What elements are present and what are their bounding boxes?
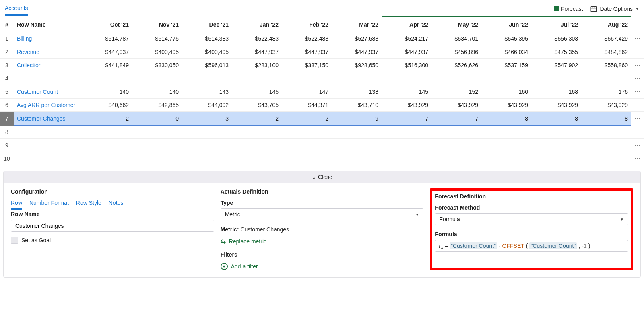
cell-value[interactable] (531, 72, 581, 85)
cell-value[interactable] (282, 152, 332, 165)
table-row[interactable]: 6Avg ARR per Customer$40,662$42,865$44,0… (0, 99, 644, 112)
cell-value[interactable] (132, 152, 182, 165)
cell-value[interactable] (531, 126, 581, 139)
cell-value[interactable]: $537,159 (481, 59, 531, 72)
cell-value[interactable]: 0 (132, 112, 182, 126)
cell-value[interactable]: $484,862 (581, 45, 631, 59)
cell-value[interactable] (431, 139, 481, 152)
row-menu-button[interactable]: ⋮ (631, 85, 644, 99)
cell-value[interactable]: $516,300 (382, 59, 431, 72)
cell-value[interactable]: $447,937 (232, 45, 282, 59)
row-menu-button[interactable]: ⋮ (631, 139, 644, 152)
row-name-link[interactable]: Billing (14, 32, 82, 45)
cell-value[interactable]: 7 (382, 112, 431, 126)
replace-metric-button[interactable]: ⇆ Replace metric (221, 237, 424, 245)
row-menu-button[interactable]: ⋮ (631, 59, 644, 72)
cell-value[interactable] (382, 72, 431, 85)
cell-value[interactable] (132, 72, 182, 85)
cell-value[interactable]: $514,775 (132, 32, 182, 45)
row-menu-button[interactable]: ⋮ (631, 32, 644, 45)
col-head-month[interactable]: Oct '21 (82, 17, 132, 32)
cell-value[interactable] (82, 72, 132, 85)
table-row[interactable]: 10⋮ (0, 152, 644, 165)
col-head-month[interactable]: Mar '22 (332, 17, 382, 32)
col-head-month[interactable]: Nov '21 (132, 17, 182, 32)
cell-value[interactable] (332, 139, 382, 152)
cell-value[interactable] (182, 139, 232, 152)
cell-value[interactable] (332, 126, 382, 139)
row-name-link[interactable]: Collection (14, 59, 82, 72)
date-options-button[interactable]: Date Options ▼ (590, 5, 639, 12)
cell-value[interactable] (182, 152, 232, 165)
cell-value[interactable]: 143 (182, 85, 232, 99)
cell-value[interactable]: 145 (382, 85, 431, 99)
cell-value[interactable]: $43,929 (481, 99, 531, 112)
cell-value[interactable] (431, 72, 481, 85)
col-head-month[interactable]: Jan '22 (232, 17, 282, 32)
cell-value[interactable] (332, 152, 382, 165)
cell-value[interactable] (82, 126, 132, 139)
cell-value[interactable] (581, 72, 631, 85)
cell-value[interactable]: $330,050 (132, 59, 182, 72)
col-head-month[interactable]: May '22 (431, 17, 481, 32)
tab-accounts[interactable]: Accounts (5, 2, 28, 16)
cell-value[interactable]: $522,483 (232, 32, 282, 45)
cell-value[interactable]: 160 (481, 85, 531, 99)
cell-value[interactable]: 147 (282, 85, 332, 99)
cell-value[interactable]: $596,013 (182, 59, 232, 72)
cell-value[interactable]: $527,683 (332, 32, 382, 45)
cell-value[interactable] (581, 126, 631, 139)
cell-value[interactable] (182, 72, 232, 85)
cell-value[interactable] (132, 139, 182, 152)
cell-value[interactable]: $558,860 (581, 59, 631, 72)
cell-value[interactable] (481, 152, 531, 165)
cell-value[interactable]: $44,092 (182, 99, 232, 112)
cell-value[interactable]: $447,937 (82, 45, 132, 59)
table-row[interactable]: 1Billing$514,787$514,775$514,383$522,483… (0, 32, 644, 45)
cell-value[interactable]: 140 (132, 85, 182, 99)
cell-value[interactable] (232, 139, 282, 152)
set-goal-checkbox[interactable] (11, 237, 18, 244)
cell-value[interactable]: 168 (531, 85, 581, 99)
cell-value[interactable] (132, 126, 182, 139)
cell-value[interactable] (481, 72, 531, 85)
cell-value[interactable]: 152 (431, 85, 481, 99)
row-menu-button[interactable]: ⋮ (631, 45, 644, 59)
col-head-month[interactable]: Jul '22 (531, 17, 581, 32)
row-menu-button[interactable]: ⋮ (631, 72, 644, 85)
cell-value[interactable]: $526,626 (431, 59, 481, 72)
cell-value[interactable]: $42,865 (132, 99, 182, 112)
row-name-link[interactable]: Customer Count (14, 85, 82, 99)
cell-value[interactable]: $43,705 (232, 99, 282, 112)
cell-value[interactable]: $43,929 (431, 99, 481, 112)
row-name-link[interactable]: Avg ARR per Customer (14, 99, 82, 112)
row-menu-button[interactable]: ⋮ (631, 126, 644, 139)
add-filter-button[interactable]: + Add a filter (221, 263, 424, 270)
cell-value[interactable] (382, 126, 431, 139)
cell-value[interactable]: $514,383 (182, 32, 232, 45)
row-menu-button[interactable]: ⋮ (631, 112, 644, 126)
config-tab-number-format[interactable]: Number Format (29, 200, 69, 206)
forecast-method-select[interactable]: Formula ▼ (435, 213, 628, 225)
cell-value[interactable]: 176 (581, 85, 631, 99)
panel-close-button[interactable]: ⌄ Close (4, 171, 640, 183)
cell-value[interactable] (481, 126, 531, 139)
config-tab-row-style[interactable]: Row Style (76, 200, 101, 206)
cell-value[interactable]: $447,937 (382, 45, 431, 59)
cell-value[interactable] (431, 152, 481, 165)
cell-value[interactable]: $447,937 (282, 45, 332, 59)
cell-value[interactable] (82, 152, 132, 165)
row-name-input[interactable] (11, 220, 214, 232)
type-select[interactable]: Metric ▼ (221, 208, 424, 220)
cell-value[interactable] (232, 72, 282, 85)
cell-value[interactable]: $475,355 (531, 45, 581, 59)
cell-value[interactable]: $43,929 (531, 99, 581, 112)
cell-value[interactable]: $400,495 (132, 45, 182, 59)
cell-value[interactable] (332, 72, 382, 85)
col-head-month[interactable]: Jun '22 (481, 17, 531, 32)
cell-value[interactable] (431, 126, 481, 139)
cell-value[interactable]: 8 (481, 112, 531, 126)
row-menu-button[interactable]: ⋮ (631, 99, 644, 112)
cell-value[interactable]: $441,849 (82, 59, 132, 72)
cell-value[interactable] (82, 139, 132, 152)
